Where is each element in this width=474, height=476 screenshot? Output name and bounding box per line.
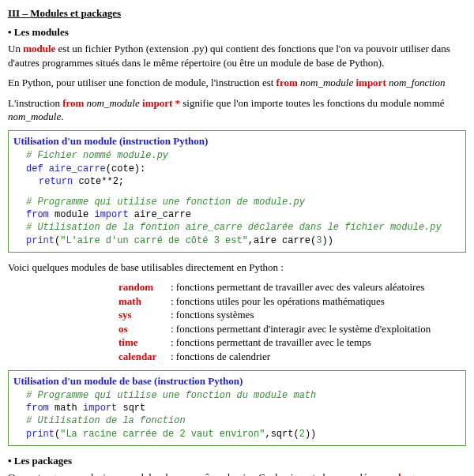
module-name: time: [8, 335, 166, 350]
code-box-base-module: Utilisation d'un module de base (instruc…: [8, 370, 466, 446]
fn-name: aire_carre: [49, 163, 106, 174]
module-name: math: [8, 294, 166, 309]
code-box-title: Utilisation d'un module (instruction Pyt…: [13, 134, 461, 148]
spacer: [13, 188, 461, 196]
code-text: ,sqrt(: [265, 429, 299, 440]
arg-nom-module: nom_module: [84, 97, 142, 109]
code-comment: # Programme qui utilise une fonction de …: [13, 196, 461, 208]
code-text: sqrt: [122, 403, 145, 414]
kw-import: import: [94, 209, 134, 220]
code-text: (cote):: [106, 163, 145, 174]
code-text: aire_carre: [134, 209, 191, 220]
code-comment: # Utilisation de la fonction: [13, 414, 461, 427]
code-comment: # Utilisation de la fontion aire_carre d…: [13, 221, 461, 234]
fn-print: print: [26, 235, 55, 246]
table-row: calendar: fonctions de calendrier: [8, 350, 466, 364]
code-comment: # Fichier nommé module.py: [13, 149, 461, 162]
code-number: 2: [299, 429, 305, 440]
module-name: sys: [8, 308, 166, 322]
table-row: math: fonctions utiles pour les opératio…: [8, 294, 466, 309]
code-box-title: Utilisation d'un module de base (instruc…: [13, 374, 461, 388]
code-text: )): [305, 429, 316, 440]
module-table: random: fonctions permettant de travaill…: [8, 280, 466, 363]
code-line: from math import sqrt: [13, 402, 461, 414]
table-row: time: fonctions permettant de travailler…: [8, 335, 466, 350]
module-desc: : fonctions systèmes: [166, 308, 254, 322]
text: .: [61, 111, 63, 122]
subhead-packages: • Les packages: [8, 454, 466, 468]
fn-print: print: [26, 429, 55, 440]
kw-from: from: [26, 403, 55, 414]
code-string: "La racine carrée de 2 vaut environ": [60, 429, 265, 440]
keyword-package: package: [382, 471, 419, 476]
table-row: os: fonctions permettant d'interagir ave…: [8, 322, 466, 336]
text: signifie que l'on importe toutes les fon…: [180, 97, 445, 109]
kw-star: *: [172, 97, 180, 109]
kw-def: def: [26, 163, 49, 174]
code-text: cote**2;: [78, 176, 124, 187]
module-desc: : fonctions permettant de travailler ave…: [166, 280, 424, 294]
paragraph-base-modules: Voici quelques modules de base utilisabl…: [8, 260, 466, 275]
code-line: def aire_carre(cote):: [13, 163, 461, 175]
code-string: "L'aire d'un carré de côté 3 est": [60, 235, 248, 246]
code-comment: # Programme qui utilise une fonction du …: [13, 389, 461, 402]
table-row: random: fonctions permettant de travaill…: [8, 280, 466, 294]
kw-return: return: [39, 176, 78, 187]
keyword-module: module: [23, 43, 55, 54]
kw-import: import: [83, 403, 122, 414]
subhead-modules: • Les modules: [8, 25, 466, 39]
code-text: ,aire carre(: [248, 235, 316, 246]
kw-from: from: [62, 97, 84, 109]
arg-nom-module: nom_module: [8, 111, 61, 122]
arg-nom-fonction: nom_fonction: [386, 77, 446, 88]
table-row: sys: fonctions systèmes: [8, 308, 466, 322]
text: L'instruction: [8, 97, 62, 109]
text: est un fichier Python (extension .py) qu…: [8, 43, 450, 69]
module-desc: : fonctions de calendrier: [166, 350, 270, 364]
code-text: math: [55, 403, 83, 414]
module-desc: : fonctions permettant d'interagir avec …: [166, 322, 431, 336]
module-name: os: [8, 322, 166, 336]
paragraph-package-def: On peut regrouper plusieurs modules dans…: [8, 470, 466, 476]
code-box-module-usage: Utilisation d'un module (instruction Pyt…: [8, 130, 466, 253]
code-text: )): [322, 235, 333, 246]
module-name: random: [8, 280, 166, 294]
kw-from: from: [26, 209, 55, 220]
code-line: from module import aire_carre: [13, 208, 461, 221]
paragraph-import-syntax: En Python, pour utiliser une fonction de…: [8, 76, 466, 90]
kw-import: import: [356, 77, 386, 88]
paragraph-module-def: Un module est un fichier Python (extensi…: [8, 42, 466, 69]
module-desc: : fonctions permettant de travailler ave…: [166, 335, 371, 350]
text: On peut regrouper plusieurs modules dans…: [8, 471, 382, 476]
kw-import: import: [142, 97, 172, 109]
paragraph-import-star: L'instruction from nom_module import * s…: [8, 96, 466, 124]
module-name: calendar: [8, 350, 166, 364]
text: En Python, pour utiliser une fonction de…: [8, 77, 276, 88]
arg-nom-module: nom_module: [298, 77, 356, 88]
text: .: [419, 471, 421, 476]
code-line: print("L'aire d'un carré de côté 3 est",…: [13, 234, 461, 247]
kw-from: from: [276, 77, 298, 88]
code-text: module: [55, 209, 94, 220]
code-line: return cote**2;: [13, 175, 461, 188]
section-title: III – Modules et packages: [8, 6, 466, 21]
code-line: print("La racine carrée de 2 vaut enviro…: [13, 428, 461, 440]
module-desc: : fonctions utiles pour les opérations m…: [166, 294, 385, 309]
text: Un: [8, 43, 23, 54]
